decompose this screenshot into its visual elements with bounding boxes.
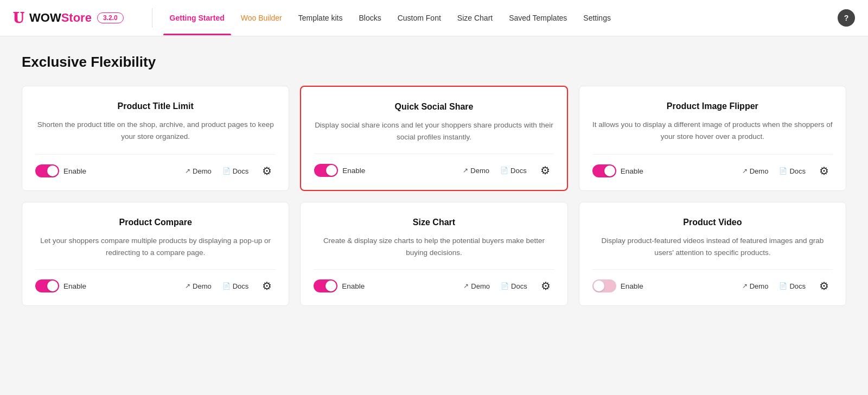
version-badge: 3.2.0 bbox=[97, 12, 124, 23]
nav-item-template-kits[interactable]: Template kits bbox=[292, 9, 349, 27]
enable-label: Enable bbox=[342, 282, 365, 290]
demo-label: Demo bbox=[471, 282, 490, 290]
card-product-image-flipper: Product Image Flipper It allows you to d… bbox=[579, 86, 846, 191]
card-title: Size Chart bbox=[314, 218, 554, 227]
card-footer: Enable ↗ Demo 📄 Docs ⚙ bbox=[35, 269, 276, 295]
card-title: Product Image Flipper bbox=[592, 101, 833, 111]
main-content: Exclusive Flexibility Product Title Limi… bbox=[0, 36, 868, 323]
card-product-compare: Product Compare Let your shoppers compar… bbox=[22, 202, 289, 306]
demo-link[interactable]: ↗ Demo bbox=[182, 280, 215, 292]
demo-link[interactable]: ↗ Demo bbox=[182, 165, 215, 177]
settings-button[interactable]: ⚙ bbox=[258, 277, 276, 295]
docs-label: Docs bbox=[789, 167, 806, 175]
demo-label: Demo bbox=[750, 282, 769, 290]
logo-area: 𝐔 WOWStore 3.2.0 bbox=[13, 9, 124, 27]
gear-icon: ⚙ bbox=[540, 164, 550, 177]
toggle-knob bbox=[326, 165, 337, 176]
enable-toggle[interactable] bbox=[314, 164, 338, 177]
demo-label: Demo bbox=[470, 167, 489, 175]
toggle-wrap: Enable bbox=[35, 279, 86, 292]
nav-item-blocks[interactable]: Blocks bbox=[352, 9, 387, 27]
docs-label: Docs bbox=[233, 282, 249, 290]
gear-icon: ⚙ bbox=[262, 279, 272, 292]
external-link-icon: ↗ bbox=[185, 282, 190, 290]
gear-icon: ⚙ bbox=[262, 164, 272, 177]
card-title: Product Title Limit bbox=[35, 101, 276, 111]
logo-wow: WOW bbox=[29, 11, 61, 24]
app-header: 𝐔 WOWStore 3.2.0 Getting Started Woo Bui… bbox=[0, 0, 868, 36]
docs-icon: 📄 bbox=[500, 167, 508, 174]
docs-label: Docs bbox=[233, 167, 249, 175]
card-description: It allows you to display a different ima… bbox=[592, 119, 833, 143]
external-link-icon: ↗ bbox=[463, 282, 469, 290]
gear-icon: ⚙ bbox=[819, 279, 829, 292]
settings-button[interactable]: ⚙ bbox=[537, 162, 554, 179]
enable-toggle[interactable] bbox=[35, 164, 59, 177]
card-footer: Enable ↗ Demo 📄 Docs ⚙ bbox=[35, 154, 276, 180]
demo-link[interactable]: ↗ Demo bbox=[459, 164, 493, 177]
docs-icon: 📄 bbox=[779, 167, 787, 175]
enable-toggle[interactable] bbox=[592, 164, 616, 177]
enable-toggle[interactable] bbox=[592, 279, 616, 292]
toggle-wrap: Enable bbox=[592, 279, 643, 292]
toggle-knob bbox=[47, 281, 58, 291]
card-title: Product Video bbox=[592, 218, 833, 227]
toggle-knob bbox=[604, 165, 615, 176]
settings-button[interactable]: ⚙ bbox=[258, 162, 276, 180]
card-product-video: Product Video Display product-featured v… bbox=[579, 202, 846, 306]
external-link-icon: ↗ bbox=[185, 167, 190, 175]
demo-link[interactable]: ↗ Demo bbox=[739, 280, 772, 292]
enable-label: Enable bbox=[63, 282, 86, 290]
nav-item-size-chart[interactable]: Size Chart bbox=[451, 9, 499, 27]
demo-link[interactable]: ↗ Demo bbox=[739, 165, 772, 177]
docs-link[interactable]: 📄 Docs bbox=[776, 280, 809, 292]
help-button[interactable]: ? bbox=[838, 9, 855, 27]
docs-icon: 📄 bbox=[222, 167, 231, 175]
demo-label: Demo bbox=[193, 282, 212, 290]
docs-link[interactable]: 📄 Docs bbox=[219, 280, 252, 292]
enable-label: Enable bbox=[621, 167, 643, 175]
external-link-icon: ↗ bbox=[463, 167, 468, 174]
docs-icon: 📄 bbox=[501, 282, 509, 290]
settings-button[interactable]: ⚙ bbox=[537, 277, 554, 295]
card-description: Let your shoppers compare multiple produ… bbox=[35, 235, 276, 258]
nav-item-settings[interactable]: Settings bbox=[577, 9, 617, 27]
settings-button[interactable]: ⚙ bbox=[815, 162, 833, 180]
demo-label: Demo bbox=[193, 167, 212, 175]
nav-item-woo-builder[interactable]: Woo Builder bbox=[234, 9, 289, 27]
docs-label: Docs bbox=[789, 282, 806, 290]
docs-label: Docs bbox=[510, 167, 527, 175]
gear-icon: ⚙ bbox=[541, 279, 551, 292]
docs-label: Docs bbox=[511, 282, 527, 290]
settings-button[interactable]: ⚙ bbox=[815, 277, 833, 295]
logo-icon: 𝐔 bbox=[13, 9, 24, 27]
card-quick-social-share: Quick Social Share Display social share … bbox=[300, 86, 567, 191]
card-description: Display social share icons and let your … bbox=[314, 119, 553, 143]
enable-toggle[interactable] bbox=[35, 279, 59, 292]
card-footer: Enable ↗ Demo 📄 Docs ⚙ bbox=[592, 154, 833, 180]
nav-item-custom-font[interactable]: Custom Font bbox=[391, 9, 448, 27]
toggle-knob bbox=[326, 281, 336, 291]
docs-link[interactable]: 📄 Docs bbox=[497, 280, 531, 292]
card-size-chart: Size Chart Create & display size charts … bbox=[300, 202, 567, 306]
nav-item-getting-started[interactable]: Getting Started bbox=[163, 9, 231, 27]
card-description: Create & display size charts to help the… bbox=[314, 235, 554, 258]
toggle-wrap: Enable bbox=[592, 164, 643, 177]
enable-label: Enable bbox=[342, 167, 365, 175]
card-title: Quick Social Share bbox=[314, 102, 553, 112]
demo-link[interactable]: ↗ Demo bbox=[460, 280, 493, 292]
main-nav: Getting Started Woo Builder Template kit… bbox=[163, 9, 838, 27]
nav-item-saved-templates[interactable]: Saved Templates bbox=[502, 9, 573, 27]
enable-label: Enable bbox=[621, 282, 643, 290]
feature-cards-grid: Product Title Limit Shorten the product … bbox=[22, 86, 846, 306]
docs-link[interactable]: 📄 Docs bbox=[219, 165, 252, 177]
docs-link[interactable]: 📄 Docs bbox=[497, 164, 530, 177]
docs-link[interactable]: 📄 Docs bbox=[776, 165, 809, 177]
card-product-title-limit: Product Title Limit Shorten the product … bbox=[22, 86, 289, 191]
docs-icon: 📄 bbox=[222, 282, 231, 290]
enable-toggle[interactable] bbox=[314, 279, 337, 292]
docs-icon: 📄 bbox=[779, 282, 787, 290]
enable-label: Enable bbox=[63, 167, 86, 175]
logo-store: Store bbox=[61, 11, 92, 24]
demo-label: Demo bbox=[750, 167, 769, 175]
